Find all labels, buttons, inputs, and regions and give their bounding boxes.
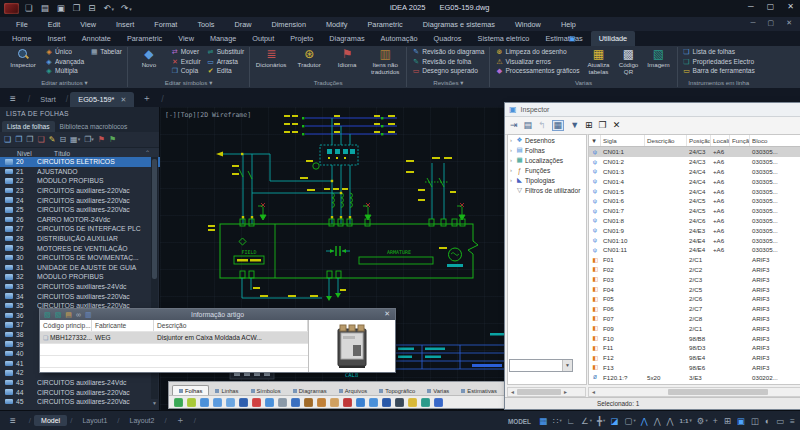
sheet-row[interactable]: 30 CIRCUITOS DE MOVIMENTAÇ... xyxy=(0,253,160,263)
electro-toolbar-icon[interactable] xyxy=(434,398,443,407)
quad-icon[interactable]: ▢▾ xyxy=(624,417,635,426)
inspector-row[interactable]: CN01:4 24/C4 +A6 030305... xyxy=(589,176,800,186)
electro-toolbar-icon[interactable] xyxy=(226,398,235,407)
electro-tab[interactable]: Linhas xyxy=(209,386,244,395)
edit-sheet-icon[interactable]: ✎ xyxy=(49,136,56,144)
expand-icon[interactable]: › xyxy=(510,147,514,153)
tab-lista-de-folhas[interactable]: Lista de folhas xyxy=(2,121,55,132)
ribbon-button[interactable]: ❏ Lista de folhas xyxy=(681,47,757,57)
ribbon-button[interactable]: ▭ Arrasta xyxy=(205,57,247,67)
inspector-row[interactable]: F07 2/C8 ARIF3 xyxy=(589,314,800,324)
group-label[interactable]: Editar atributos ▾ xyxy=(5,78,124,87)
electro-toolbar-icon[interactable] xyxy=(239,398,248,407)
doc-minimize-button[interactable]: ─ xyxy=(751,19,756,27)
ribbon-big-button[interactable]: ⊛ Tradutor xyxy=(291,47,327,69)
ribbon-tab[interactable]: Insert xyxy=(39,31,73,46)
tree-hscrollbar[interactable]: ◄ ► xyxy=(507,387,586,397)
novo-button[interactable]: ◆ Novo xyxy=(131,47,167,69)
close-tab-icon[interactable]: ✕ xyxy=(120,96,126,104)
fullscreen-icon[interactable]: ▭ xyxy=(776,417,785,426)
inspector-row[interactable]: F01 2/C1 ARIF3 xyxy=(589,255,800,265)
sheet-row[interactable]: 26 CARRO MOTOR-24Vdc xyxy=(0,215,160,225)
save-icon[interactable]: ▣ xyxy=(57,4,66,13)
expand-icon[interactable]: › xyxy=(510,167,514,173)
tiles-icon[interactable]: ▣ xyxy=(737,417,746,426)
electro-tab[interactable]: Varias xyxy=(421,386,455,395)
sheet-row[interactable]: 27 CIRCUITOS DE INTERFACE PLC xyxy=(0,224,160,234)
menu-item[interactable]: File xyxy=(6,20,38,29)
menu-item[interactable]: Diagramas e sistemas xyxy=(413,20,505,29)
ribbon-tab[interactable]: Annotate xyxy=(74,31,119,46)
inspector-button[interactable]: Inspector xyxy=(5,47,41,69)
article-row[interactable]: MBH127332... WEG Disjuntor em Caixa Mold… xyxy=(40,332,308,344)
expand-icon[interactable]: › xyxy=(510,157,514,163)
electro-toolbar-icon[interactable] xyxy=(291,398,300,407)
inspector-row[interactable]: CN01:6 24/C5 +A6 030305... xyxy=(589,196,800,206)
menu-item[interactable]: Dimension xyxy=(261,20,315,29)
undo-icon[interactable]: ↶▾ xyxy=(103,4,114,13)
ribbon-button[interactable]: ❏ Propriedades Electro xyxy=(681,57,757,67)
copy-sheet-icon[interactable]: ❐ xyxy=(26,136,33,144)
inspector-row[interactable]: F02 2/C2 ARIF3 xyxy=(589,265,800,275)
layout-menu-icon[interactable]: ≡ xyxy=(0,415,26,426)
tab-biblioteca-macroblocos[interactable]: Biblioteca macroblocos xyxy=(55,121,133,132)
ribbon-button[interactable]: ✎ Revisão de folha xyxy=(410,57,486,67)
inspector-row[interactable]: CN01:11 24/E4 +A6 030305... xyxy=(589,245,800,255)
sheet-row[interactable]: 28 DISTRIBUIÇÃO AUXILIAR xyxy=(0,234,160,244)
group-label[interactable]: Editar símbolos ▾ xyxy=(131,78,246,87)
minimize-button[interactable]: ─ xyxy=(748,2,754,11)
ribbon-tab[interactable]: Manage xyxy=(202,31,244,46)
ribbon-button[interactable]: ◈ Múltipla xyxy=(43,66,86,76)
group-label[interactable]: Revisões ▾ xyxy=(410,78,486,87)
maximize-button[interactable]: ▢ xyxy=(767,2,775,11)
save-all-icon[interactable]: ❐ xyxy=(73,4,82,13)
electro-toolbar-icon[interactable] xyxy=(421,398,430,407)
expand-icon[interactable]: › xyxy=(510,137,514,143)
electro-toolbar-icon[interactable] xyxy=(187,398,196,407)
viewport-label[interactable]: [-][Top][2D Wireframe] xyxy=(165,111,251,119)
properties-icon[interactable]: ⊞ xyxy=(585,121,593,130)
doc-menu-icon[interactable]: ≡ xyxy=(0,93,26,107)
ribbon-button[interactable]: ◈ Único xyxy=(43,47,86,57)
ribbon-button[interactable]: ▦ Tabelar xyxy=(88,47,124,57)
electro-toolbar-icon[interactable] xyxy=(330,398,339,407)
inspector-row[interactable]: F03 2/C3 ARIF3 xyxy=(589,274,800,284)
menu-item[interactable]: Window xyxy=(505,20,551,29)
combo-dropdown-icon[interactable]: ▼ xyxy=(562,360,572,371)
duplicate-icon[interactable]: ❐▾ xyxy=(84,136,94,144)
ribbon-tab[interactable]: Sistema eletrico xyxy=(470,31,538,46)
tree-item[interactable]: › ❖ Desenhos xyxy=(508,135,586,145)
ribbon-big-button[interactable]: ≣ Dicionários xyxy=(253,47,289,69)
menu-item[interactable]: Insert xyxy=(106,20,144,29)
scroll-right-icon[interactable]: ► xyxy=(561,388,570,396)
table-hscrollbar[interactable]: ◄ xyxy=(588,387,800,397)
electro-tab[interactable]: Arquivos xyxy=(333,386,374,395)
sheet-row[interactable]: 34 CIRCUITOS auxiliares-220Vac xyxy=(0,291,160,301)
ucs-dynamic-icon[interactable]: ⋀ xyxy=(641,417,649,426)
inspector-row[interactable]: F05 2/C6 ARIF3 xyxy=(589,294,800,304)
ribbon-tab[interactable]: Home xyxy=(4,31,39,46)
inspector-row[interactable]: CN01:10 24/E4 +A6 030305... xyxy=(589,235,800,245)
ribbon-button[interactable]: ⇌ Substituir xyxy=(205,47,247,57)
redo-icon[interactable]: ↷▾ xyxy=(121,4,132,13)
inspector-row[interactable]: CN01:8 24/C6 +A6 030305... xyxy=(589,216,800,226)
tree-item[interactable]: › ◣ Tipologias xyxy=(508,175,586,185)
inspector-row[interactable]: F10 98/B8 ARIF3 xyxy=(589,333,800,343)
ribbon-button[interactable]: ❐ Copia xyxy=(169,66,203,76)
tab-start[interactable]: Start xyxy=(32,92,63,107)
inspector-row[interactable]: F12 98/E4 ARIF3 xyxy=(589,353,800,363)
annotation-scale-control[interactable]: 1:1▾ xyxy=(680,418,692,424)
electro-toolbar-icon[interactable] xyxy=(278,398,287,407)
new-multi-sheet-icon[interactable]: ❐ xyxy=(15,136,22,144)
scroll-left-icon[interactable]: ◄ xyxy=(589,388,598,396)
scroll-left-icon[interactable]: ◄ xyxy=(508,388,517,396)
ribbon-tab[interactable]: Utilidade xyxy=(591,31,635,46)
electro-tab[interactable]: Estimativas xyxy=(455,386,503,395)
dialog-titlebar[interactable]: ▧▧▤∞▥ Informação artigo ✕ xyxy=(40,309,395,320)
electro-toolbar-icon[interactable] xyxy=(408,398,417,407)
ribbon-button[interactable]: ✔ Edita xyxy=(205,66,247,76)
menu-item[interactable]: Edit xyxy=(38,20,71,29)
flag-green-icon[interactable]: ⚑ xyxy=(109,136,116,144)
electro-toolbar-icon[interactable] xyxy=(317,398,326,407)
add-folder-icon[interactable]: ▤ xyxy=(524,121,533,130)
